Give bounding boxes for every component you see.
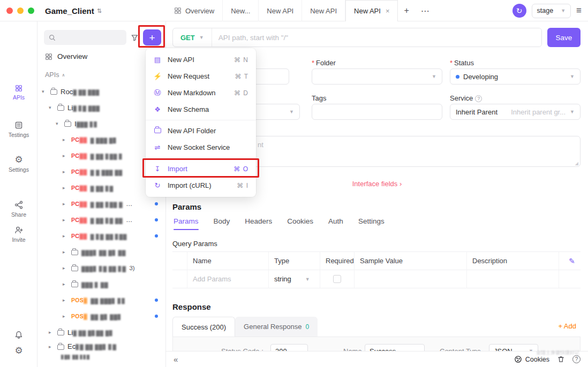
folder-tree-item[interactable]: ▸███▊ ▊█ ██ ▊█3) <box>37 260 165 276</box>
caret-closed-icon[interactable]: ▸ <box>63 153 68 158</box>
caret-closed-icon[interactable]: ▸ <box>49 330 54 335</box>
status-select[interactable]: Developing ▼ <box>450 68 581 85</box>
help-button[interactable]: ? <box>572 355 581 363</box>
folder-tree-item[interactable]: ▸Ec▊█ ██ ██▊ ▊█▊█▊ ██ ▊▊█ <box>37 340 165 363</box>
item-count: 3) <box>129 265 134 271</box>
folder-tree-item[interactable]: ▸Li█ ██ █▊██ █▊ <box>37 324 165 340</box>
sidebar-section-apis[interactable]: APIs ∧ <box>45 71 65 79</box>
menu-item-new-api[interactable]: ▤New API⌘ N <box>146 51 256 68</box>
trash-icon[interactable] <box>557 355 565 363</box>
caret-closed-icon[interactable]: ▸ <box>63 281 68 287</box>
folder-select[interactable]: ▼ <box>312 68 442 85</box>
search-input[interactable] <box>44 30 126 45</box>
api-tree-item[interactable]: ▸PC███ ██ ▊█ ██… <box>37 212 165 228</box>
menu-item-new-request[interactable]: ⚡New Request⌘ T <box>146 68 256 85</box>
caret-open-icon[interactable]: ▾ <box>49 105 54 110</box>
api-path-input[interactable] <box>212 28 541 47</box>
params-tab-params[interactable]: Params <box>174 217 199 225</box>
caret-closed-icon[interactable]: ▸ <box>63 233 68 239</box>
menu-item-label: New Socket Service <box>168 143 230 151</box>
param-name-input[interactable]: Add Params <box>187 270 269 288</box>
filter-icon[interactable] <box>131 34 139 42</box>
caret-closed-icon[interactable]: ▸ <box>49 344 54 349</box>
folder-label: *Folder <box>312 59 336 67</box>
layout-menu-icon[interactable]: ≡ <box>576 5 582 16</box>
rail-item-invite[interactable]: Invite <box>0 226 37 243</box>
close-window-button[interactable] <box>6 7 13 14</box>
caret-closed-icon[interactable]: ▸ <box>63 314 68 319</box>
caret-closed-icon[interactable]: ▸ <box>63 185 68 190</box>
rail-item-settings[interactable]: ⚙Settings <box>0 155 37 173</box>
tab-new-[interactable]: New... <box>223 0 259 21</box>
caret-open-icon[interactable]: ▾ <box>56 121 61 126</box>
rail-item-share[interactable]: Share <box>0 201 37 218</box>
param-sample-value-input[interactable] <box>355 270 467 288</box>
caret-closed-icon[interactable]: ▸ <box>63 201 68 207</box>
sync-button[interactable]: ↻ <box>512 4 526 18</box>
tab-overview[interactable]: Overview <box>166 0 223 21</box>
method-select[interactable]: GET ▼ <box>173 28 212 47</box>
tab-new-api[interactable]: New API <box>259 0 302 21</box>
environment-select[interactable]: stage ▼ <box>532 4 571 18</box>
status-dot <box>456 75 459 79</box>
zoom-window-button[interactable] <box>28 7 34 14</box>
required-checkbox[interactable] <box>333 275 341 283</box>
notifications-bell-icon[interactable] <box>0 331 37 339</box>
new-tab-button[interactable]: + <box>398 0 414 21</box>
cookies-label: Cookies <box>525 356 549 363</box>
tab-new-api[interactable]: New API <box>302 0 345 21</box>
caret-open-icon[interactable]: ▾ <box>42 89 47 94</box>
collapse-sidebar-icon[interactable]: « <box>174 355 178 364</box>
rail-item-testings[interactable]: Testings <box>0 121 37 138</box>
params-tab-cookies[interactable]: Cookies <box>287 217 313 225</box>
tags-input[interactable] <box>312 104 442 120</box>
service-value: Inherit Parent <box>456 108 497 116</box>
sidebar-item-overview[interactable]: Overview <box>45 52 87 60</box>
chevron-down-icon: ▼ <box>561 8 566 13</box>
minimize-window-button[interactable] <box>17 7 24 14</box>
save-button[interactable]: Save <box>547 28 581 47</box>
caret-closed-icon[interactable]: ▸ <box>63 249 68 255</box>
cookies-button[interactable]: Cookies <box>514 355 549 363</box>
status-label: *Status <box>450 59 474 67</box>
menu-item-new-schema[interactable]: ❖New Schema <box>146 101 256 118</box>
redacted-text: █ ██ ▊██ █ <box>91 202 123 208</box>
api-tree-item[interactable]: ▸PC███ ██ ▊██ █… <box>37 196 165 212</box>
resize-handle-icon[interactable]: ◢ <box>575 161 578 166</box>
param-description-input[interactable] <box>467 270 559 288</box>
tab-new-api[interactable]: New API× <box>345 0 398 21</box>
api-tree-item[interactable]: ▸POS███ █▊ ██▊ <box>37 308 165 324</box>
response-tab-general-response[interactable]: General Response0 <box>235 317 318 337</box>
settings-gear-icon[interactable]: ⚙ <box>0 345 37 356</box>
params-tab-headers[interactable]: Headers <box>245 217 272 225</box>
folder-tree-item[interactable]: ▸███ ▊ ██ <box>37 276 165 292</box>
close-tab-icon[interactable]: × <box>386 7 390 15</box>
smart-fill-icon[interactable]: ✎ <box>559 252 581 270</box>
params-tab-auth[interactable]: Auth <box>328 217 343 225</box>
caret-closed-icon[interactable]: ▸ <box>63 137 68 142</box>
caret-closed-icon[interactable]: ▸ <box>63 265 68 271</box>
response-tab-success-200-[interactable]: Success (200) <box>172 317 235 337</box>
api-tree-item[interactable]: ▸POS███ ███▊ ▊▊ <box>37 292 165 308</box>
caret-closed-icon[interactable]: ▸ <box>63 217 68 223</box>
table-row-drag-cell <box>172 270 187 288</box>
rail-item-apis[interactable]: APIs <box>0 85 37 101</box>
param-type-select[interactable]: string ▼ <box>269 270 320 288</box>
menu-item-import-curl[interactable]: ↻Import (cURL)⌘ I <box>146 177 256 194</box>
project-switcher[interactable]: Game_Client ⇅ <box>45 0 102 21</box>
caret-closed-icon[interactable]: ▸ <box>63 169 68 174</box>
menu-item-new-socket-service[interactable]: ⇌New Socket Service <box>146 139 256 156</box>
environment-value: stage <box>537 7 554 14</box>
caret-closed-icon[interactable]: ▸ <box>63 297 68 303</box>
service-select[interactable]: Inherit Parent Inherit parent gr... ▼ <box>450 104 581 120</box>
params-tab-settings[interactable]: Settings <box>358 217 385 225</box>
add-response-button[interactable]: + Add <box>558 322 576 330</box>
more-tabs-icon[interactable]: ⋯ <box>415 0 435 21</box>
folder-tree-item[interactable]: ▸Ec▊█ ██ ███▊ ██▊ <box>37 363 165 367</box>
api-name: █ ███ █▊ <box>91 136 117 144</box>
folder-tree-item[interactable]: ▸███▊ ██ █▊ ██ <box>37 244 165 260</box>
params-tab-body[interactable]: Body <box>214 217 230 225</box>
menu-item-new-api-folder[interactable]: New API Folder <box>146 123 256 139</box>
menu-item-new-markdown[interactable]: ⓂNew Markdown⌘ D <box>146 85 256 101</box>
api-tree-item[interactable]: ▸PC███ ▊█ ██ ▊██ <box>37 228 165 244</box>
